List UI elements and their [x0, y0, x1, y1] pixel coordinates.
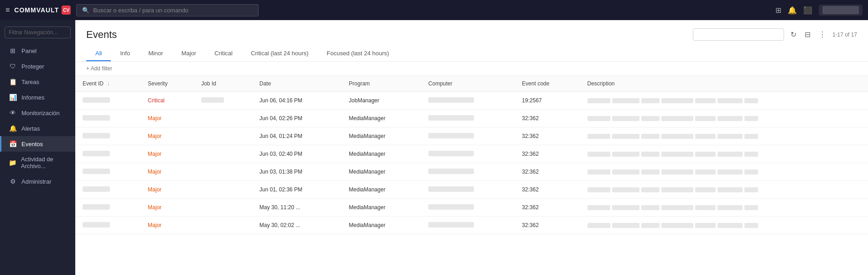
brand-badge: CV	[62, 5, 71, 15]
cell-severity: Major	[140, 127, 194, 145]
search-icon: 🔍	[82, 7, 89, 14]
cell-description	[580, 199, 868, 217]
cell-date: May 30, 11:20 ...	[252, 199, 342, 217]
cell-severity: Major	[140, 163, 194, 181]
col-program[interactable]: Program	[342, 76, 421, 92]
cell-severity: Major	[140, 217, 194, 234]
cell-program: MediaManager	[342, 199, 421, 217]
cell-event-code: 32:362	[515, 217, 580, 234]
table-row[interactable]: MajorJun 04, 01:24 PMMediaManager32:362	[75, 127, 868, 145]
tab-critical[interactable]: Critical	[205, 46, 242, 61]
cell-date: Jun 03, 01:38 PM	[252, 163, 342, 181]
cell-program: MediaManager	[342, 110, 421, 127]
brand-name: COMMVAULT	[14, 6, 59, 14]
refresh-button[interactable]: ↻	[789, 28, 798, 41]
reports-icon: 📊	[9, 94, 17, 101]
cell-event-code: 19:2567	[515, 92, 580, 110]
admin-icon: ⚙	[9, 178, 17, 185]
sidebar-filter-input[interactable]	[5, 26, 71, 38]
grid-icon[interactable]: ⊞	[775, 6, 781, 15]
user-avatar-placeholder	[822, 6, 859, 14]
cell-job-id	[194, 145, 252, 163]
cell-job-id	[194, 92, 252, 110]
cell-job-id	[194, 181, 252, 199]
events-table: Event ID ↓ Severity Job Id Date Program …	[75, 76, 868, 234]
cell-severity: Major	[140, 199, 194, 217]
table-row[interactable]: CriticalJun 06, 04:16 PMJobManager19:256…	[75, 92, 868, 110]
cell-event-id	[75, 163, 140, 181]
cell-program: MediaManager	[342, 217, 421, 234]
col-date[interactable]: Date	[252, 76, 342, 92]
sidebar-item-administrar[interactable]: ⚙ Administrar	[0, 174, 75, 189]
global-search-input[interactable]	[93, 7, 253, 14]
more-options-button[interactable]: ⋮	[817, 28, 828, 41]
events-search-input[interactable]	[693, 28, 784, 41]
sidebar-item-panel-label: Panel	[21, 48, 36, 54]
sidebar-item-tareas[interactable]: 📋 Tareas	[0, 74, 75, 90]
table-row[interactable]: MajorJun 03, 01:38 PMMediaManager32:362	[75, 163, 868, 181]
col-severity[interactable]: Severity	[140, 76, 194, 92]
cell-description	[580, 181, 868, 199]
cell-severity: Major	[140, 110, 194, 127]
cell-event-id	[75, 217, 140, 234]
cell-date: Jun 04, 02:26 PM	[252, 110, 342, 127]
col-description[interactable]: Description	[580, 76, 868, 92]
cell-job-id	[194, 199, 252, 217]
tab-focused-24h[interactable]: Focused (last 24 hours)	[317, 46, 398, 61]
bell-icon[interactable]: 🔔	[788, 6, 797, 15]
monitor-icon: 👁	[9, 109, 17, 116]
sidebar-item-alertas[interactable]: 🔔 Alertas	[0, 121, 75, 136]
hamburger-icon[interactable]: ≡	[5, 6, 10, 14]
grid-view-button[interactable]: ⊟	[803, 28, 812, 41]
sidebar-item-monitorizacion[interactable]: 👁 Monitorización	[0, 105, 75, 121]
sidebar-item-informes[interactable]: 📊 Informes	[0, 90, 75, 105]
cell-date: Jun 06, 04:16 PM	[252, 92, 342, 110]
tab-info[interactable]: Info	[111, 46, 139, 61]
cell-job-id	[194, 217, 252, 234]
sidebar-item-proteger[interactable]: 🛡 Proteger	[0, 58, 75, 74]
sidebar-item-actividad-label: Actividad de Archivo...	[21, 156, 68, 169]
cell-program: JobManager	[342, 92, 421, 110]
cell-description	[580, 110, 868, 127]
add-filter-button[interactable]: + Add filter	[75, 62, 868, 76]
sidebar-item-actividad[interactable]: 📁 Actividad de Archivo...	[0, 152, 75, 174]
tab-minor[interactable]: Minor	[139, 46, 172, 61]
tasks-icon: 📋	[9, 78, 17, 85]
cell-event-code: 32:362	[515, 145, 580, 163]
tab-critical-24h[interactable]: Critical (last 24 hours)	[242, 46, 317, 61]
cell-computer	[421, 145, 515, 163]
cell-date: Jun 01, 02:36 PM	[252, 181, 342, 199]
col-job-id[interactable]: Job Id	[194, 76, 252, 92]
cell-event-code: 32:362	[515, 127, 580, 145]
cell-description	[580, 92, 868, 110]
cell-date: Jun 04, 01:24 PM	[252, 127, 342, 145]
cell-description	[580, 163, 868, 181]
cell-program: MediaManager	[342, 163, 421, 181]
cell-event-code: 32:362	[515, 110, 580, 127]
table-row[interactable]: MajorJun 01, 02:36 PMMediaManager32:362	[75, 181, 868, 199]
tab-major[interactable]: Major	[172, 46, 206, 61]
user-avatar-area[interactable]	[819, 5, 863, 16]
col-computer[interactable]: Computer	[421, 76, 515, 92]
cell-job-id	[194, 127, 252, 145]
cell-computer	[421, 181, 515, 199]
col-event-id[interactable]: Event ID ↓	[75, 76, 140, 92]
sidebar-item-administrar-label: Administrar	[21, 178, 52, 185]
apps-icon[interactable]: ⬛	[803, 6, 812, 15]
table-row[interactable]: MajorMay 30, 11:20 ...MediaManager32:362	[75, 199, 868, 217]
tab-all[interactable]: All	[86, 46, 111, 61]
cell-event-code: 32:362	[515, 163, 580, 181]
sidebar-item-panel[interactable]: ⊞ Panel	[0, 43, 75, 58]
cell-computer	[421, 163, 515, 181]
events-icon: 📅	[9, 140, 17, 148]
table-row[interactable]: MajorMay 30, 02:02 ...MediaManager32:362	[75, 217, 868, 234]
sort-icon: ↓	[107, 80, 109, 87]
top-nav: ≡ COMMVAULT CV 🔍 ⊞ 🔔 ⬛	[0, 0, 868, 20]
sidebar-item-eventos[interactable]: 📅 Eventos	[0, 136, 75, 152]
col-event-code[interactable]: Event code	[515, 76, 580, 92]
table-row[interactable]: MajorJun 04, 02:26 PMMediaManager32:362	[75, 110, 868, 127]
global-search[interactable]: 🔍	[76, 4, 259, 16]
panel-icon: ⊞	[9, 47, 17, 54]
table-row[interactable]: MajorJun 03, 02:40 PMMediaManager32:362	[75, 145, 868, 163]
cell-event-id	[75, 127, 140, 145]
